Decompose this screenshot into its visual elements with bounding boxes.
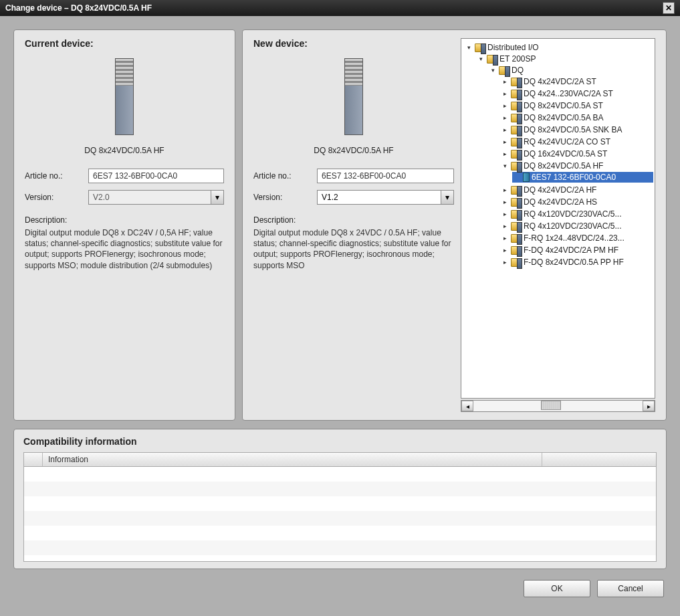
expand-icon[interactable]: ▸: [501, 150, 509, 158]
folder-icon: [511, 258, 522, 267]
new-version-combo[interactable]: V1.2 ▾: [317, 190, 454, 205]
expand-icon[interactable]: ▸: [501, 102, 509, 110]
tree-label: RQ 4x120VDC/230VAC/5...: [524, 221, 622, 231]
tree-hscrollbar[interactable]: ◂ ▸: [461, 400, 655, 412]
expand-icon[interactable]: ▸: [501, 199, 509, 206]
tree-label: RQ 4x24VUC/2A CO ST: [524, 137, 610, 146]
folder-icon: [511, 234, 522, 243]
tree-node-module[interactable]: ▸DQ 4x24VDC/2A HF: [500, 185, 653, 195]
current-device-image: [115, 58, 134, 135]
current-version-combo[interactable]: V2.0 ▾: [88, 190, 224, 205]
scroll-thumb[interactable]: [541, 401, 561, 410]
close-icon: ✕: [665, 3, 672, 13]
tree-node-module[interactable]: ▸F-DQ 4x24VDC/2A PM HF: [500, 245, 653, 255]
scroll-left-button[interactable]: ◂: [461, 401, 473, 411]
scroll-right-button[interactable]: ▸: [643, 401, 655, 411]
new-desc-text: Digital output module DQ8 x 24VDC / 0.5A…: [253, 227, 454, 271]
current-device-name: DQ 8x24VDC/0.5A HF: [25, 146, 224, 155]
tree-node-module[interactable]: ▸F-DQ 8x24VDC/0.5A PP HF: [500, 257, 653, 268]
expand-icon[interactable]: ▸: [501, 138, 509, 146]
tree-node-et200sp[interactable]: ▾ ET 200SP: [476, 54, 653, 64]
folder-icon: [511, 114, 522, 122]
folder-icon: [511, 90, 522, 98]
expand-icon[interactable]: ▸: [501, 114, 509, 122]
close-button[interactable]: ✕: [663, 2, 675, 14]
current-version-row: Version: V2.0 ▾: [25, 190, 224, 205]
folder-icon: [511, 210, 522, 219]
new-version-row: Version: V1.2 ▾: [253, 190, 454, 205]
tree-label: F-DQ 8x24VDC/0.5A PP HF: [524, 258, 624, 267]
titlebar: Change device – DQ 8x24VDC/0.5A HF ✕: [0, 0, 680, 16]
tree-node-root[interactable]: ▾ Distributed I/O: [464, 42, 653, 53]
current-device-panel: Current device: DQ 8x24VDC/0.5A HF Artic…: [13, 29, 235, 421]
tree-label: ET 200SP: [499, 54, 536, 64]
new-article-row: Article no.:: [253, 169, 454, 183]
col-icon: [24, 453, 43, 466]
tree-label: DQ 8x24VDC/0.5A BA: [524, 113, 603, 122]
tree-node-module[interactable]: ▸DQ 8x24VDC/0.5A BA: [500, 112, 653, 123]
ok-button[interactable]: OK: [524, 580, 590, 597]
new-device-name: DQ 8x24VDC/0.5A HF: [253, 146, 454, 155]
scroll-track[interactable]: [473, 401, 643, 411]
collapse-icon[interactable]: ▾: [501, 163, 509, 170]
table-body: [24, 467, 656, 561]
folder-icon: [475, 43, 485, 52]
expand-icon[interactable]: ▸: [501, 90, 509, 98]
chevron-down-icon: ▾: [445, 193, 449, 202]
tree-node-module[interactable]: ▸RQ 4x120VDC/230VAC/5...: [500, 221, 653, 231]
cancel-button[interactable]: Cancel: [597, 580, 664, 597]
tree-node-module[interactable]: ▸DQ 8x24VDC/0.5A SNK BA: [500, 124, 653, 135]
folder-icon: [511, 222, 522, 231]
folder-icon: [511, 126, 522, 134]
tree-label: DQ: [512, 66, 524, 75]
tree-node-module[interactable]: ▸DQ 16x24VDC/0.5A ST: [500, 148, 653, 159]
tree-node-module[interactable]: ▸DQ 4x24..230VAC/2A ST: [500, 88, 653, 99]
collapse-icon[interactable]: ▾: [465, 44, 473, 52]
expand-icon[interactable]: ▸: [501, 187, 509, 194]
tree-label: DQ 16x24VDC/0.5A ST: [524, 149, 607, 159]
tree-node-module[interactable]: ▸RQ 4x24VUC/2A CO ST: [500, 136, 653, 147]
tree-node-article-selected[interactable]: 6ES7 132-6BF00-0CA0: [512, 172, 653, 183]
change-device-window: Change device – DQ 8x24VDC/0.5A HF ✕ Cur…: [0, 0, 680, 616]
expand-icon[interactable]: ▸: [501, 235, 509, 242]
tree-node-module[interactable]: ▸DQ 4x24VDC/2A ST: [500, 76, 653, 87]
tree-node-dq[interactable]: ▾ DQ: [488, 65, 653, 76]
current-article-row: Article no.:: [25, 169, 224, 183]
tree-label: 6ES7 132-6BF00-0CA0: [532, 173, 616, 182]
tree-node-module[interactable]: ▸DQ 4x24VDC/2A HS: [500, 197, 653, 207]
tree-node-module[interactable]: ▸DQ 8x24VDC/0.5A ST: [500, 100, 653, 111]
compatibility-panel: Compatibility information Information: [13, 429, 667, 569]
new-version-label: Version:: [253, 193, 317, 202]
tree-node-module[interactable]: ▸RQ 4x120VDC/230VAC/5...: [500, 209, 653, 219]
tree-label: Distributed I/O: [487, 43, 539, 52]
tree-label: RQ 4x120VDC/230VAC/5...: [524, 209, 622, 219]
folder-icon: [511, 162, 522, 171]
expand-icon[interactable]: ▸: [501, 259, 509, 266]
expand-icon[interactable]: ▸: [501, 247, 509, 254]
chevron-down-icon: ▾: [215, 193, 219, 202]
tree-node-module[interactable]: ▸F-RQ 1x24..48VDC/24..23...: [500, 233, 653, 243]
new-version-value: V1.2: [317, 190, 441, 205]
expand-icon[interactable]: ▸: [501, 126, 509, 134]
tree-node-module[interactable]: ▾DQ 8x24VDC/0.5A HF: [500, 161, 653, 171]
tree-label: DQ 8x24VDC/0.5A SNK BA: [524, 125, 622, 134]
new-device-heading: New device:: [253, 38, 454, 49]
device-tree[interactable]: ▾ Distributed I/O ▾ ET: [461, 38, 655, 399]
current-version-dropdown[interactable]: ▾: [211, 190, 224, 205]
tree-label: DQ 8x24VDC/0.5A HF: [524, 161, 603, 171]
tree-label: DQ 8x24VDC/0.5A ST: [524, 101, 603, 110]
col-extra: [542, 453, 656, 466]
folder-icon: [511, 198, 522, 207]
expand-icon[interactable]: ▸: [501, 211, 509, 218]
expand-icon[interactable]: ▸: [501, 223, 509, 230]
folder-icon: [511, 138, 522, 146]
tree-label: DQ 4x24VDC/2A ST: [524, 77, 596, 86]
collapse-icon[interactable]: ▾: [489, 67, 497, 74]
collapse-icon[interactable]: ▾: [477, 56, 485, 63]
expand-icon[interactable]: ▸: [501, 78, 509, 86]
tree-label: DQ 4x24..230VAC/2A ST: [524, 89, 613, 98]
new-version-dropdown[interactable]: ▾: [441, 190, 454, 205]
folder-icon: [511, 102, 522, 110]
current-desc-label: Description:: [25, 215, 224, 225]
tree-label: DQ 4x24VDC/2A HF: [524, 185, 596, 195]
